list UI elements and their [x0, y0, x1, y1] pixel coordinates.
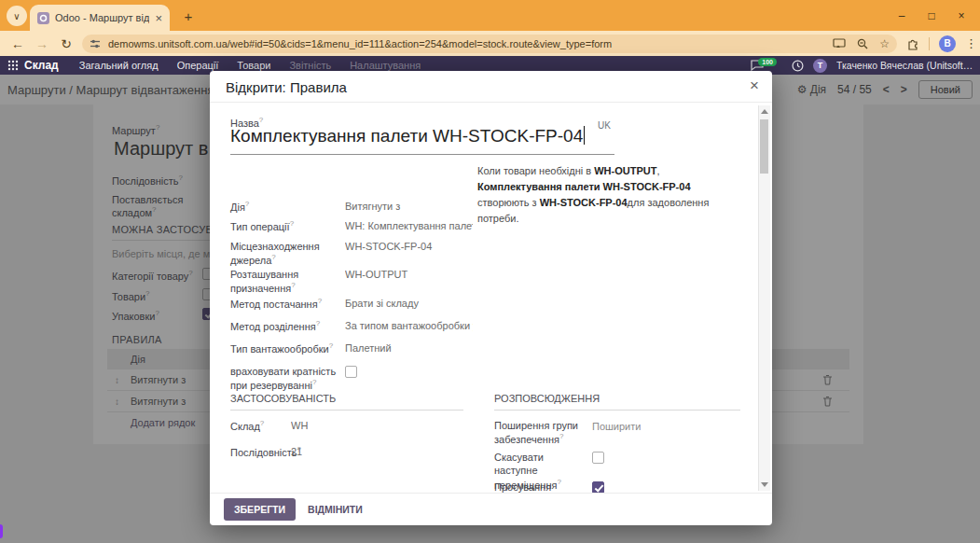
modal-header: Відкрити: Правила ×: [210, 71, 772, 103]
window-controls: – □ ×: [887, 0, 976, 31]
split-method-value[interactable]: За типом вантажообробки упаковки (з пр: [345, 320, 473, 331]
browser-profile-avatar[interactable]: B: [939, 35, 956, 52]
scrollbar-up-arrow[interactable]: [761, 109, 768, 114]
chevron-down-icon: ∨: [13, 11, 20, 21]
propagate-carrier-label: Просування перевізника?: [494, 480, 589, 493]
menu-item-products[interactable]: Товари: [237, 60, 270, 71]
address-bar[interactable]: demowms.unitsoft.com.ua/web#id=50&cids=1…: [82, 35, 897, 53]
user-name[interactable]: Ткаченко Вячеслав (Unitsoft) (demow...: [836, 60, 974, 71]
source-location-value[interactable]: WH-STOCK-FP-04: [345, 241, 471, 252]
name-input[interactable]: Комплектування палети WH-STOCK-FP-04 UK: [230, 126, 614, 155]
extensions-puzzle-icon[interactable]: [906, 37, 919, 50]
operation-type-label: Тип операції?: [230, 219, 342, 233]
action-field-value[interactable]: Витягнути з: [345, 201, 471, 212]
modal-close-icon[interactable]: ×: [750, 77, 759, 95]
warehouse-label: Склад?: [230, 419, 264, 433]
chat-widget-sliver[interactable]: [0, 524, 3, 538]
screen-root: ∨ Odoo - Маршрут відвантажен × + – □ × ←…: [0, 0, 980, 543]
split-method-label: Метод розділення?: [230, 319, 342, 333]
toolbar-divider: [929, 37, 930, 50]
rule-help-text: Коли товари необхідні в WH-OUTPUT, Компл…: [477, 163, 740, 227]
modal-scrollbar[interactable]: [758, 105, 770, 491]
modal-body: Назва? Комплектування палети WH-STOCK-FP…: [210, 104, 772, 493]
supply-method-label: Метод постачання?: [230, 297, 342, 311]
procurement-group-label: Поширення групи забезпечення?: [494, 419, 589, 446]
menu-item-operations[interactable]: Операції: [177, 60, 219, 71]
propagation-section-title: РОЗПОВСЮДЖЕННЯ: [494, 393, 740, 411]
multiplicity-label: враховувати кратність при резервуванні?: [230, 365, 342, 392]
action-field-label: Дія?: [230, 200, 342, 214]
cancel-button[interactable]: ВІДМІНИТИ: [299, 498, 371, 521]
sequence-value[interactable]: 21: [291, 446, 302, 457]
site-info-icon[interactable]: [90, 38, 101, 49]
warehouse-value[interactable]: WH: [291, 420, 308, 431]
zoom-out-icon[interactable]: [857, 38, 868, 49]
destination-location-value[interactable]: WH-OUTPUT: [345, 269, 471, 280]
url-text[interactable]: demowms.unitsoft.com.ua/web#id=50&cids=1…: [108, 38, 825, 49]
cancel-next-move-checkbox[interactable]: [592, 452, 604, 464]
top-menu: Загальний огляд Операції Товари Звітніст…: [79, 60, 421, 71]
bookmark-star-icon[interactable]: ☆: [879, 37, 890, 50]
handling-type-value[interactable]: Палетний: [345, 342, 471, 354]
messages-count-badge: 100: [758, 58, 777, 66]
applicability-section-title: ЗАСТОСОВУВАНІСТЬ: [230, 393, 463, 411]
reload-icon[interactable]: ↻: [54, 36, 78, 51]
odoo-favicon: [37, 12, 49, 24]
tab-search-button[interactable]: ∨: [7, 6, 27, 26]
menu-item-settings[interactable]: Налаштування: [350, 60, 421, 71]
scrollbar-down-arrow[interactable]: [761, 482, 768, 487]
modal-title: Відкрити: Правила: [226, 79, 347, 95]
propagate-carrier-checkbox[interactable]: [592, 481, 604, 493]
user-avatar[interactable]: T: [813, 59, 827, 73]
app-name[interactable]: Склад: [24, 59, 59, 72]
supply-method-value[interactable]: Брати зі складу: [345, 298, 471, 309]
menu-item-overview[interactable]: Загальний огляд: [79, 60, 159, 71]
operation-type-value[interactable]: WH: Комплектування палети WH-STOC: [345, 220, 473, 231]
modal-footer: ЗБЕРЕГТИ ВІДМІНИТИ: [210, 493, 772, 525]
cast-icon[interactable]: [833, 38, 846, 49]
procurement-group-value[interactable]: Поширити: [592, 421, 641, 432]
tab-close-icon[interactable]: ×: [155, 12, 162, 24]
source-location-label: Місцезнаходження джерела?: [230, 240, 335, 267]
scrollbar-thumb[interactable]: [760, 119, 768, 174]
browser-tabstrip: ∨ Odoo - Маршрут відвантажен × + – □ ×: [0, 0, 980, 31]
forward-icon[interactable]: →: [30, 36, 54, 51]
rule-modal: Відкрити: Правила × Назва? Комплектуванн…: [210, 71, 772, 525]
back-icon[interactable]: ←: [6, 36, 30, 51]
apps-grid-icon[interactable]: [7, 60, 19, 71]
destination-location-label: Розташування призначення?: [230, 268, 335, 295]
window-maximize-button[interactable]: □: [917, 9, 946, 22]
save-button[interactable]: ЗБЕРЕГТИ: [224, 498, 296, 521]
browser-menu-icon[interactable]: ⋮: [965, 36, 977, 50]
text-cursor: [584, 126, 585, 145]
tab-title: Odoo - Маршрут відвантажен: [55, 12, 149, 23]
handling-type-label: Тип вантажообробки?: [230, 341, 342, 355]
menu-item-reporting[interactable]: Звітність: [289, 60, 331, 71]
browser-toolbar: ← → ↻ demowms.unitsoft.com.ua/web#id=50&…: [0, 31, 980, 56]
new-tab-button[interactable]: +: [179, 7, 198, 25]
window-close-button[interactable]: ×: [946, 9, 976, 22]
window-minimize-button[interactable]: –: [887, 9, 917, 22]
browser-tab-active[interactable]: Odoo - Маршрут відвантажен ×: [30, 5, 170, 31]
translation-badge[interactable]: UK: [598, 120, 611, 131]
multiplicity-checkbox[interactable]: [345, 366, 357, 378]
activities-clock-icon[interactable]: [792, 60, 804, 72]
